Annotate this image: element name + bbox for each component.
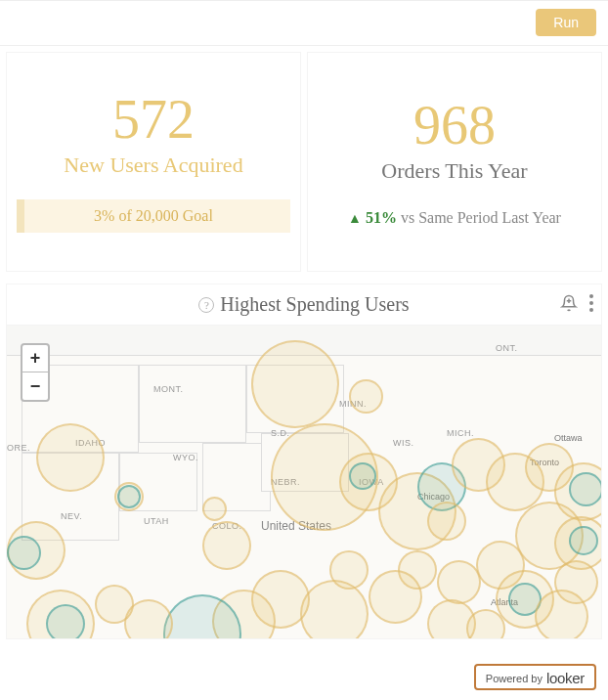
orders-comparison: ▲ 51% vs Same Period Last Year bbox=[348, 209, 561, 227]
data-bubble[interactable] bbox=[36, 423, 105, 492]
region-label: S.D. bbox=[271, 428, 290, 438]
data-bubble[interactable] bbox=[437, 560, 481, 604]
goal-progress-fill bbox=[17, 199, 24, 233]
new-users-card: 572 New Users Acquired 3% of 20,000 Goal bbox=[6, 52, 301, 272]
bell-icon[interactable] bbox=[560, 294, 578, 316]
data-bubble[interactable] bbox=[46, 604, 85, 638]
orders-pct-change: 51% bbox=[366, 209, 397, 226]
powered-by-badge[interactable]: Powered by looker bbox=[474, 664, 596, 690]
region-label: WIS. bbox=[393, 438, 414, 448]
data-bubble[interactable] bbox=[202, 521, 251, 570]
data-bubble[interactable] bbox=[117, 485, 141, 508]
region-label: UTAH bbox=[144, 516, 169, 526]
svg-point-3 bbox=[589, 301, 593, 305]
map-header: ? Highest Spending Users bbox=[7, 284, 601, 326]
data-bubble[interactable] bbox=[202, 497, 227, 521]
map-title-text: Highest Spending Users bbox=[220, 293, 409, 316]
goal-progress-bar: 3% of 20,000 Goal bbox=[17, 199, 290, 233]
svg-point-4 bbox=[589, 308, 593, 312]
data-bubble[interactable] bbox=[7, 536, 41, 570]
data-bubble[interactable] bbox=[349, 462, 376, 490]
new-users-title: New Users Acquired bbox=[64, 153, 242, 178]
map-title: ? Highest Spending Users bbox=[198, 293, 409, 316]
city-label: Ottawa bbox=[554, 433, 583, 443]
arrow-up-icon: ▲ bbox=[348, 211, 362, 226]
map-panel: ? Highest Spending Users ONT. MONT. IDAH… bbox=[6, 284, 602, 639]
svg-point-2 bbox=[589, 294, 593, 298]
run-button[interactable]: Run bbox=[536, 9, 596, 36]
topbar: Run bbox=[0, 0, 608, 45]
region-label: WYO. bbox=[173, 453, 198, 462]
region-label: MONT. bbox=[153, 384, 184, 394]
kebab-menu-icon[interactable] bbox=[589, 294, 593, 316]
powered-by-text: Powered by bbox=[486, 673, 543, 684]
region-label: MICH. bbox=[447, 428, 474, 438]
data-bubble[interactable] bbox=[569, 526, 598, 555]
orders-card: 968 Orders This Year ▲ 51% vs Same Perio… bbox=[307, 52, 602, 272]
zoom-in-button[interactable]: + bbox=[22, 345, 48, 372]
data-bubble[interactable] bbox=[554, 560, 598, 604]
data-bubble[interactable] bbox=[251, 340, 339, 428]
goal-progress-text: 3% of 20,000 Goal bbox=[94, 207, 213, 225]
orders-vs-text: vs Same Period Last Year bbox=[401, 209, 561, 226]
help-icon[interactable]: ? bbox=[198, 297, 214, 313]
zoom-out-button[interactable]: − bbox=[22, 372, 48, 400]
data-bubble[interactable] bbox=[369, 570, 422, 624]
data-bubble[interactable] bbox=[95, 585, 134, 624]
orders-title: Orders This Year bbox=[381, 158, 527, 184]
data-bubble[interactable] bbox=[349, 379, 383, 414]
orders-value: 968 bbox=[413, 98, 496, 153]
data-bubble[interactable] bbox=[427, 502, 466, 541]
land-block bbox=[139, 365, 246, 443]
region-label: ONT. bbox=[496, 343, 518, 353]
region-label: ORE. bbox=[7, 443, 30, 453]
region-label: NEV. bbox=[61, 511, 82, 521]
map-canvas[interactable]: ONT. MONT. IDAHO ORE. NEV. UTAH WYO. COL… bbox=[7, 326, 601, 638]
kpi-cards-row: 572 New Users Acquired 3% of 20,000 Goal… bbox=[0, 45, 608, 278]
data-bubble[interactable] bbox=[569, 472, 601, 506]
zoom-control: + − bbox=[21, 343, 50, 402]
map-actions bbox=[560, 294, 593, 316]
looker-logo: looker bbox=[546, 670, 585, 686]
new-users-value: 572 bbox=[112, 92, 195, 147]
